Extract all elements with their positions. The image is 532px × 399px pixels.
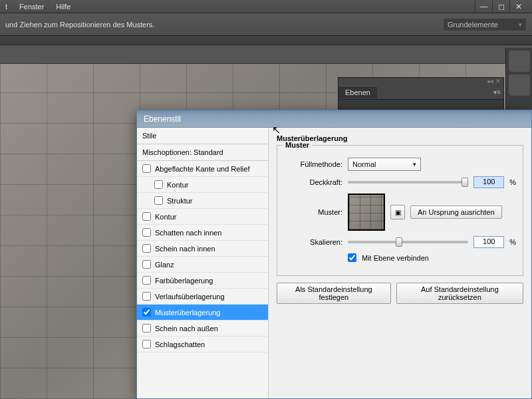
layer-style-dialog: Ebenenstil Stile Mischoptionen: Standard…: [136, 110, 532, 399]
style-item-checkbox[interactable]: [142, 244, 151, 253]
window-controls: — ◻ ✕: [475, 0, 527, 13]
style-item[interactable]: Struktur: [137, 193, 268, 209]
pattern-fieldset: Muster Füllmethode: Normal Deckkraft: 10…: [277, 145, 523, 276]
panel-menu-icon[interactable]: ▾≡: [491, 88, 503, 96]
style-item-label: Schein nach außen: [155, 325, 218, 332]
styles-header: Stile: [137, 128, 268, 144]
style-item[interactable]: Verlaufsüberlagerung: [137, 289, 268, 305]
ruler: [0, 45, 532, 64]
link-layer-checkbox[interactable]: [348, 253, 356, 262]
layers-panel: ◂◂ ✕ Ebenen ▾≡: [338, 77, 504, 110]
panel-handle[interactable]: ◂◂ ✕: [338, 78, 503, 84]
reset-default-button[interactable]: Auf Standardeinstellung zurücksetzen: [396, 283, 523, 304]
close-icon[interactable]: ✕: [509, 0, 527, 13]
style-item[interactable]: Schein nach innen: [137, 241, 268, 257]
pct-label: %: [509, 178, 516, 186]
link-layer-label: Mit Ebene verbinden: [362, 254, 429, 262]
hint-text: und Ziehen zum Repositionieren des Muste…: [5, 21, 154, 29]
pattern-label: Muster:: [284, 208, 342, 216]
pattern-picker-icon[interactable]: ▣: [390, 205, 405, 219]
style-item-checkbox[interactable]: [142, 164, 151, 173]
snap-origin-button[interactable]: An Ursprung ausrichten: [410, 205, 502, 219]
style-item-label: Musterüberlagerung: [155, 309, 220, 317]
style-item-checkbox[interactable]: [142, 212, 151, 221]
opacity-input[interactable]: 100: [473, 176, 504, 188]
pct-label: %: [509, 238, 516, 246]
section-title: Musterüberlagerung: [277, 134, 523, 142]
style-item-label: Schatten nach innen: [155, 229, 221, 237]
style-item[interactable]: Glanz: [137, 257, 268, 273]
style-item-checkbox[interactable]: [142, 308, 151, 317]
dock-icon[interactable]: [509, 74, 530, 96]
options-bar: und Ziehen zum Repositionieren des Muste…: [0, 13, 532, 36]
blending-options-row[interactable]: Mischoptionen: Standard: [137, 144, 268, 161]
style-item[interactable]: Schlagschatten: [137, 336, 268, 352]
toolbar-dropdown[interactable]: Grundelemente: [443, 18, 527, 31]
style-item-label: Schlagschatten: [155, 340, 205, 348]
style-item-label: Schein nach innen: [155, 245, 215, 253]
style-item-label: Struktur: [167, 197, 193, 205]
style-item[interactable]: Abgeflachte Kante und Relief: [137, 161, 268, 177]
style-item-checkbox[interactable]: [142, 340, 151, 348]
style-item-label: Verlaufsüberlagerung: [155, 293, 225, 301]
style-item-label: Farbüberlagerung: [155, 277, 213, 285]
style-item[interactable]: Musterüberlagerung: [137, 305, 268, 321]
dialog-title: Ebenenstil: [144, 114, 181, 124]
scale-input[interactable]: 100: [473, 236, 504, 248]
layers-tab[interactable]: Ebenen: [338, 86, 377, 98]
style-item[interactable]: Schein nach außen: [137, 321, 268, 336]
make-default-button[interactable]: Als Standardeinstellung festlegen: [277, 283, 391, 304]
options-column: Musterüberlagerung Muster Füllmethode: N…: [269, 128, 531, 398]
fieldset-legend: Muster: [283, 141, 312, 149]
styles-list: Stile Mischoptionen: Standard Abgeflacht…: [137, 128, 269, 398]
style-item-label: Kontur: [167, 181, 188, 189]
style-item-checkbox[interactable]: [142, 260, 151, 269]
style-item-label: Glanz: [155, 261, 174, 269]
opacity-slider[interactable]: [348, 181, 468, 184]
menu-item-help[interactable]: Hilfe: [56, 3, 70, 11]
pattern-swatch[interactable]: [348, 194, 385, 231]
style-item-checkbox[interactable]: [142, 324, 151, 332]
scale-slider[interactable]: [348, 241, 468, 243]
menubar: t Fenster Hilfe — ◻ ✕: [0, 0, 532, 13]
scale-label: Skalieren:: [284, 238, 342, 246]
minimize-icon[interactable]: —: [475, 0, 492, 13]
menu-item[interactable]: t: [5, 3, 7, 11]
maximize-icon[interactable]: ◻: [492, 0, 509, 13]
dialog-titlebar[interactable]: Ebenenstil: [137, 110, 531, 128]
blend-mode-label: Füllmethode:: [284, 160, 342, 168]
style-item-checkbox[interactable]: [142, 228, 151, 237]
blend-mode-select[interactable]: Normal: [348, 158, 421, 171]
style-item-label: Kontur: [155, 213, 176, 221]
style-item-checkbox[interactable]: [142, 292, 151, 301]
tab-strip: [0, 36, 532, 45]
style-item-label: Abgeflachte Kante und Relief: [155, 165, 250, 173]
opacity-label: Deckkraft:: [284, 178, 342, 186]
style-item-checkbox[interactable]: [154, 196, 163, 205]
style-item-checkbox[interactable]: [142, 276, 151, 285]
dock-icon[interactable]: [509, 51, 530, 72]
style-item[interactable]: Farbüberlagerung: [137, 273, 268, 289]
menu-item-window[interactable]: Fenster: [19, 3, 44, 11]
style-item[interactable]: Kontur: [137, 177, 268, 193]
style-item[interactable]: Kontur: [137, 209, 268, 225]
style-item-checkbox[interactable]: [154, 180, 163, 189]
style-item[interactable]: Schatten nach innen: [137, 225, 268, 241]
